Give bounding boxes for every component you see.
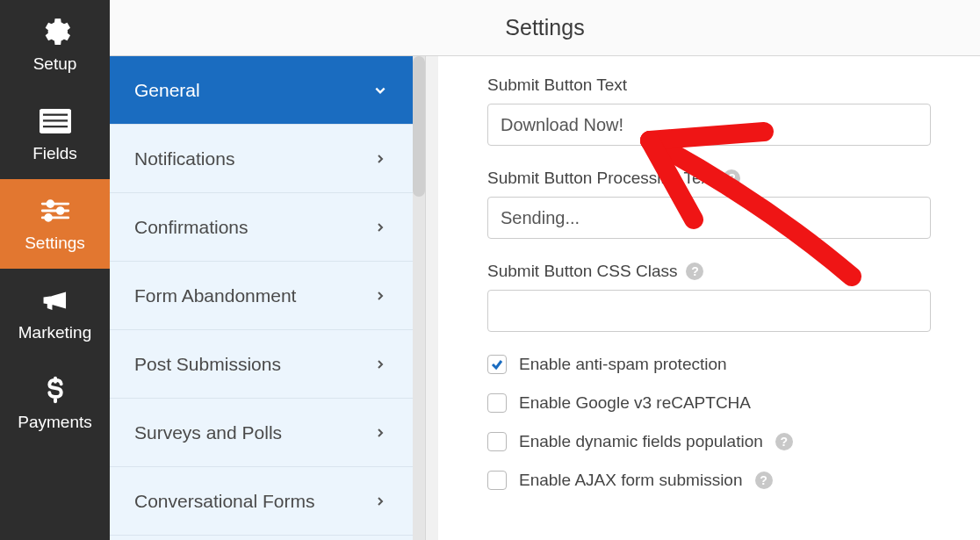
chevron-down-icon	[374, 84, 386, 97]
checkbox-label: Enable AJAX form submission	[519, 471, 743, 490]
subnav-label: Post Submissions	[134, 354, 281, 375]
dollar-icon	[40, 374, 71, 406]
subnav-item-general[interactable]: General	[110, 56, 413, 125]
subnav-item-post-submissions[interactable]: Post Submissions	[110, 330, 413, 399]
svg-rect-1	[42, 113, 68, 116]
subnav-item-form-abandonment[interactable]: Form Abandonment	[110, 262, 413, 330]
svg-rect-2	[42, 119, 68, 122]
checkbox-label: Enable Google v3 reCAPTCHA	[519, 393, 751, 413]
subnav-label: Notifications	[134, 148, 234, 169]
checkbox-dynamic-fields[interactable]	[487, 432, 507, 451]
sliders-icon	[40, 195, 71, 227]
subnav-label: Confirmations	[134, 217, 249, 238]
megaphone-icon	[40, 284, 71, 316]
page-title: Settings	[505, 15, 584, 40]
help-icon[interactable]: ?	[723, 169, 740, 187]
subnav-item-conversational[interactable]: Conversational Forms	[110, 467, 413, 536]
svg-point-9	[45, 215, 51, 221]
gear-icon	[40, 16, 71, 47]
settings-content: Submit Button Text Submit Button Process…	[438, 56, 980, 540]
nav-label: Marketing	[18, 323, 91, 342]
nav-item-setup[interactable]: Setup	[0, 0, 110, 90]
nav-item-marketing[interactable]: Marketing	[0, 269, 110, 358]
svg-point-7	[57, 208, 63, 214]
subnav-label: General	[134, 80, 200, 101]
chevron-right-icon	[374, 290, 386, 302]
list-icon	[40, 105, 71, 137]
subnav-item-surveys[interactable]: Surveys and Polls	[110, 399, 413, 467]
nav-label: Settings	[25, 234, 85, 253]
submit-text-input[interactable]	[487, 104, 931, 146]
checkbox-label: Enable dynamic fields population	[519, 432, 763, 451]
scrollbar-thumb[interactable]	[413, 56, 425, 197]
checkbox-label: Enable anti-spam protection	[519, 355, 727, 374]
nav-label: Payments	[18, 413, 91, 432]
page-header: Settings	[110, 0, 980, 56]
chevron-right-icon	[374, 153, 386, 165]
chevron-right-icon	[374, 427, 386, 439]
subnav-scrollbar[interactable]	[413, 56, 425, 540]
help-icon[interactable]: ?	[686, 263, 703, 280]
chevron-right-icon	[374, 495, 386, 508]
nav-label: Setup	[33, 54, 77, 74]
checkbox-antispam[interactable]	[487, 355, 507, 374]
settings-subnav: General Notifications Confirmations Form…	[110, 56, 426, 540]
submit-css-label: Submit Button CSS Class	[487, 262, 677, 281]
submit-processing-input[interactable]	[487, 197, 931, 239]
subnav-item-confirmations[interactable]: Confirmations	[110, 193, 413, 262]
submit-css-input[interactable]	[487, 290, 931, 332]
submit-processing-label: Submit Button Processing Text	[487, 169, 714, 188]
svg-point-5	[47, 201, 53, 207]
nav-item-fields[interactable]: Fields	[0, 90, 110, 179]
submit-text-label: Submit Button Text	[487, 76, 931, 95]
subnav-item-notifications[interactable]: Notifications	[110, 125, 413, 193]
subnav-label: Conversational Forms	[134, 491, 314, 512]
nav-item-payments[interactable]: Payments	[0, 358, 110, 448]
subnav-label: Surveys and Polls	[134, 422, 282, 443]
nav-label: Fields	[32, 144, 77, 163]
checkbox-recaptcha[interactable]	[487, 393, 507, 413]
subnav-label: Form Abandonment	[134, 285, 296, 306]
chevron-right-icon	[374, 358, 386, 371]
svg-rect-3	[42, 126, 68, 128]
chevron-right-icon	[374, 221, 386, 234]
help-icon[interactable]: ?	[775, 433, 793, 450]
primary-nav: Setup Fields Settings Marketing Payments	[0, 0, 110, 540]
checkbox-ajax[interactable]	[487, 471, 507, 490]
nav-item-settings[interactable]: Settings	[0, 179, 110, 269]
help-icon[interactable]: ?	[755, 472, 773, 489]
